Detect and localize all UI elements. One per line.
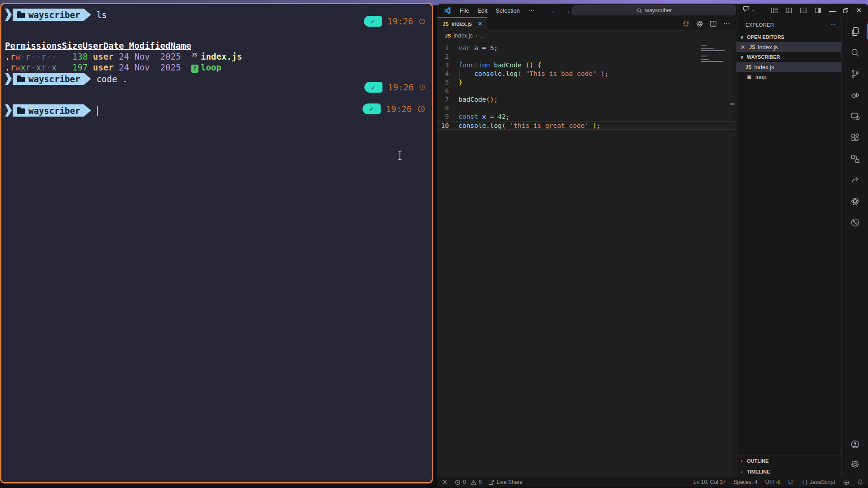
command-text: code . xyxy=(96,74,127,84)
js-file-icon: JS xyxy=(443,21,448,27)
cursor-position[interactable]: Ln 10, Col 37 xyxy=(693,479,726,485)
code-line[interactable]: 5} xyxy=(437,78,736,87)
section-outline[interactable]: › OUTLINE xyxy=(736,455,841,466)
code-line[interactable]: 8 xyxy=(437,104,736,113)
tabnine-robot-icon[interactable] xyxy=(843,479,849,486)
success-check-badge: ✓ xyxy=(363,103,381,114)
ls-file-name[interactable]: loop xyxy=(201,62,222,73)
window-close-button[interactable]: ✕ xyxy=(856,6,862,14)
warning-count: 0 xyxy=(479,479,482,485)
file-item-index-js[interactable]: JS index.js xyxy=(736,62,841,72)
code-line[interactable]: 6 xyxy=(437,87,736,95)
ls-file-name[interactable]: index.js xyxy=(201,51,242,62)
prompt-label: wayscriber xyxy=(28,10,80,20)
problems-indicator[interactable]: 0 0 xyxy=(455,479,481,485)
copilot-chat-button[interactable]: ⌄ xyxy=(743,5,755,13)
code-line[interactable]: 9const x = 42; xyxy=(437,113,736,121)
terminal-prompt: wayscriber xyxy=(5,9,91,21)
open-editor-item-index-js[interactable]: ✕ JS index.js xyxy=(736,42,841,52)
source-control-icon[interactable] xyxy=(842,63,868,84)
section-timeline[interactable]: › TIMELINE xyxy=(736,466,841,477)
tab-close-icon[interactable]: ✕ xyxy=(478,20,483,27)
chevron-down-icon: ⌄ xyxy=(751,7,755,12)
tab-index-js[interactable]: JS index.js ✕ xyxy=(437,17,487,30)
live-share-button[interactable]: Live Share xyxy=(488,479,522,485)
live-share-label: Live Share xyxy=(496,479,522,485)
minimap[interactable] xyxy=(701,45,729,63)
window-minimize-button[interactable]: — xyxy=(829,7,835,14)
toggle-secondary-sidebar-icon[interactable] xyxy=(814,7,821,14)
indentation[interactable]: Spaces: 4 xyxy=(733,479,757,485)
chevron-down-icon: ∨ xyxy=(738,55,745,60)
section-open-editors[interactable]: ∨ OPEN EDITORS xyxy=(736,32,841,42)
scrollbar-handle[interactable] xyxy=(730,103,735,105)
account-icon[interactable] xyxy=(850,434,860,454)
js-file-icon: JS xyxy=(445,33,451,38)
command-time: 19:26 xyxy=(388,82,414,92)
editor-group: JS index.js ✕ JS index.js › ... 1var a =… xyxy=(437,17,736,477)
terminal-block-3[interactable]: wayscriber xyxy=(5,104,98,117)
eol-sequence[interactable]: LF xyxy=(788,479,795,485)
symbols-icon[interactable] xyxy=(842,148,868,169)
nav-back-button[interactable]: ← xyxy=(551,7,558,14)
openai-icon[interactable] xyxy=(696,20,703,28)
breadcrumb-more[interactable]: ... xyxy=(480,33,485,39)
explorer-icon[interactable] xyxy=(842,21,868,42)
code-line[interactable]: 4 console.log( "This is bad code" ); xyxy=(437,70,736,78)
language-label: JavaScript xyxy=(810,479,835,485)
prompt-label: wayscriber xyxy=(28,106,80,116)
desktop: wayscriber ls ✓ 19:26 Permissions Size U… xyxy=(0,0,868,488)
breadcrumb-file[interactable]: index.js xyxy=(453,33,472,39)
command-center-search[interactable]: wayscriber xyxy=(572,5,736,15)
remote-indicator[interactable] xyxy=(442,479,448,485)
menu-edit[interactable]: Edit xyxy=(473,7,491,14)
window-restore-button[interactable] xyxy=(843,8,849,14)
editor-scrollbar[interactable] xyxy=(729,42,736,477)
file-lines-icon: ≣ xyxy=(745,74,753,80)
code-line[interactable]: 10console.log( 'this is great code' ); xyxy=(437,121,736,130)
search-icon[interactable] xyxy=(842,42,868,63)
vscode-logo-icon[interactable] xyxy=(443,7,451,14)
section-wayscriber[interactable]: ∨ WAYSCRIBER xyxy=(736,52,841,62)
ls-permissions: .rwxr-xr-x xyxy=(5,62,57,73)
braces-icon: { } xyxy=(802,479,807,485)
terminal-block-1: wayscriber ls xyxy=(5,9,107,21)
run-debug-icon[interactable] xyxy=(842,84,868,106)
success-check-badge: ✓ xyxy=(364,82,382,93)
code-line[interactable]: 3function badCode () { xyxy=(437,61,736,70)
search-value: wayscriber xyxy=(645,7,672,14)
folder-icon xyxy=(17,108,25,114)
menu-selection[interactable]: Selection xyxy=(491,7,524,14)
toggle-panel-icon[interactable] xyxy=(800,7,807,14)
menu-more-button[interactable]: ⋯ xyxy=(524,7,539,14)
gitlens-icon[interactable] xyxy=(842,212,868,233)
explorer-more-button[interactable]: ⋯ xyxy=(830,22,836,28)
code-line[interactable]: 2 xyxy=(437,52,736,61)
language-mode[interactable]: { } JavaScript xyxy=(802,479,835,485)
settings-icon[interactable] xyxy=(850,454,860,474)
notifications-bell-icon[interactable] xyxy=(857,479,863,485)
split-editor-icon[interactable] xyxy=(709,20,717,28)
tab-label: index.js xyxy=(452,20,472,27)
openai-icon[interactable] xyxy=(842,191,868,212)
encoding[interactable]: UTF-8 xyxy=(765,479,781,485)
remote-explorer-icon[interactable] xyxy=(842,106,868,127)
menu-file[interactable]: File xyxy=(456,7,473,14)
breadcrumb[interactable]: JS index.js › ... xyxy=(437,30,736,42)
nav-forward-button[interactable]: → xyxy=(564,7,571,14)
claude-icon[interactable] xyxy=(682,20,690,28)
file-item-loop[interactable]: ≣ loop xyxy=(736,72,841,82)
close-icon[interactable]: ✕ xyxy=(739,44,746,51)
code-line[interactable]: 1var a = 5; xyxy=(437,44,736,52)
code-editor[interactable]: 1var a = 5;23function badCode () {4 cons… xyxy=(437,42,736,477)
ls-header-cell: User xyxy=(83,40,104,51)
code-line[interactable]: 7badCode(); xyxy=(437,95,736,104)
customize-layout-icon[interactable] xyxy=(771,7,778,14)
ls-header-cell: Size xyxy=(62,40,83,51)
live-share-icon[interactable] xyxy=(842,169,868,191)
extensions-icon[interactable] xyxy=(842,127,868,148)
split-editor-layout-icon[interactable] xyxy=(785,7,793,14)
terminal-window[interactable]: wayscriber ls ✓ 19:26 Permissions Size U… xyxy=(0,3,433,483)
more-icon[interactable] xyxy=(723,20,731,28)
js-file-icon: JS xyxy=(749,44,755,50)
